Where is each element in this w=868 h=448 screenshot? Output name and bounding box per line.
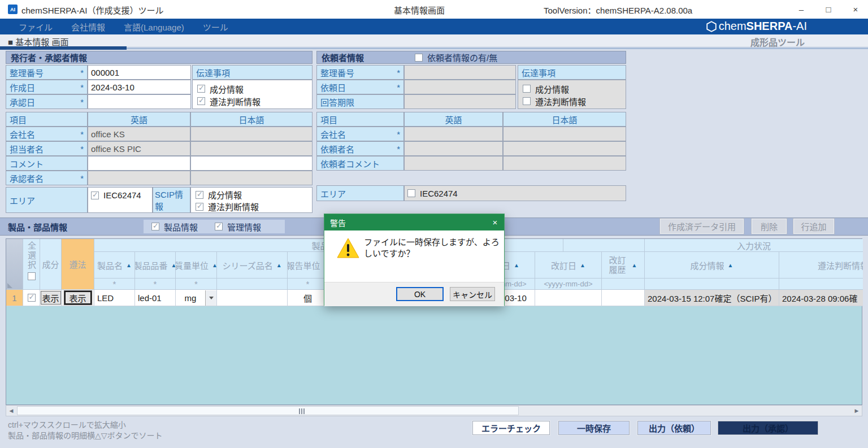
issuer-contact-en: office KS PIC <box>88 141 190 156</box>
col-header-report-unit[interactable]: 報告単位▲ <box>288 252 328 279</box>
scrollbar-thumb[interactable] <box>17 406 519 415</box>
menu-file[interactable]: ファイル <box>19 21 53 33</box>
requester-row-label: 依頼者コメント <box>316 156 404 171</box>
col-header-product-name[interactable]: 製品名▲ <box>94 252 135 279</box>
sort-arrow-icon[interactable]: ▲ <box>514 262 519 268</box>
date-format-hint: <yyyy-mm-dd> <box>535 279 602 290</box>
requester-notice-body: 成分情報 遵法判断情報 <box>518 80 626 109</box>
select-all-checkbox[interactable] <box>28 272 36 280</box>
issuer-row-label: 担当者名* <box>6 141 88 156</box>
logo-text-ai: -AI <box>792 20 807 33</box>
product-info-checkbox <box>151 223 159 230</box>
issuer-row-label: 会社名* <box>6 127 88 141</box>
requester-info-toggle-checkbox[interactable] <box>415 54 423 62</box>
menu-language[interactable]: 言語(Language) <box>124 21 184 33</box>
minimize-button[interactable]: – <box>789 0 814 19</box>
compliance-cell: 表示 <box>62 290 94 306</box>
composition-status-cell: 2024-03-15 12:07確定（SCIP有） <box>645 290 779 306</box>
row-number[interactable]: 1 <box>6 290 23 306</box>
checkbox-label: 成分情報 <box>210 83 244 95</box>
issuer-row-label: 承認者名* <box>6 171 88 185</box>
add-row-button[interactable]: 行追加 <box>793 219 834 234</box>
scroll-left-arrow[interactable]: ◀ <box>6 406 16 416</box>
col-header-revised-date[interactable]: 改訂日▲ <box>535 252 602 279</box>
status-hint-zoom: ctrl+マウススクロールで拡大縮小 <box>8 419 126 430</box>
issuer-field-label: 承認日* <box>6 94 88 109</box>
tab-basic-info[interactable]: ■ 基本情報 画面 <box>8 36 68 47</box>
menu-company-info[interactable]: 会社情報 <box>71 21 105 33</box>
product-section-toggles: 製品情報 管理情報 <box>144 220 285 233</box>
revised-date-cell[interactable] <box>535 290 602 306</box>
issuer-table-header-item: 項目 <box>6 112 88 127</box>
cancel-button[interactable]: キャンセル <box>450 287 495 301</box>
tab-underline <box>0 46 127 50</box>
logo-text-chem: chem <box>719 20 747 33</box>
error-check-button[interactable]: エラーチェック <box>472 421 550 435</box>
dropdown-button[interactable] <box>205 290 216 306</box>
mass-unit-cell[interactable]: mg <box>176 290 217 306</box>
issuer-table-header-ja: 日本語 <box>190 112 313 127</box>
tab-underline-track <box>127 47 868 49</box>
sort-arrow-icon[interactable]: ▲ <box>728 262 734 268</box>
show-compliance-button[interactable]: 表示 <box>64 291 92 305</box>
grid-empty-area <box>6 306 862 404</box>
logo-text-sherpa: SHERPA <box>747 20 793 33</box>
chevron-down-icon <box>209 297 214 299</box>
row-select-cell[interactable] <box>23 290 40 306</box>
sort-arrow-icon[interactable]: ▲ <box>632 262 637 268</box>
output-approve-button[interactable]: 出力（承認） <box>718 421 818 435</box>
issuer-creation-date-input[interactable]: 2024-03-10 <box>88 80 191 94</box>
dialog-close-icon[interactable]: × <box>486 214 504 230</box>
requester-area-label: エリア <box>316 185 404 201</box>
col-header-revision-history[interactable]: 改訂履歴▲ <box>602 252 645 279</box>
col-header-series-name[interactable]: シリーズ品名▲ <box>217 252 288 279</box>
grid-corner-cell <box>6 239 23 290</box>
row-select-checkbox[interactable] <box>28 294 36 302</box>
checkbox-label: IEC62474 <box>103 190 141 200</box>
sort-arrow-icon[interactable]: ▲ <box>212 262 217 268</box>
scroll-right-arrow[interactable]: ▶ <box>852 406 862 416</box>
report-unit-cell[interactable]: 個 <box>288 290 328 306</box>
sort-arrow-icon[interactable]: ▲ <box>171 262 176 268</box>
composition-info-checkbox <box>196 191 203 199</box>
sort-arrow-icon[interactable]: ▲ <box>276 262 282 268</box>
issuer-comment-en-input[interactable] <box>88 156 190 171</box>
col-header-mass-unit[interactable]: 質量単位▲ <box>176 252 217 279</box>
col-header-composition-info[interactable]: 成分情報▲ <box>645 252 779 279</box>
issuer-control-number-input[interactable]: 000001 <box>88 65 191 80</box>
reuse-created-data-button[interactable]: 作成済データ引用 <box>660 219 744 234</box>
chemsherpa-logo-icon <box>705 20 718 33</box>
delete-button[interactable]: 削除 <box>752 219 787 234</box>
sort-arrow-icon[interactable]: ▲ <box>126 262 132 268</box>
requester-area-iec-cell: IEC62474 <box>404 185 626 201</box>
product-name-cell[interactable]: LED <box>94 290 135 306</box>
checkbox-label: 成分情報 <box>535 83 569 95</box>
show-component-button[interactable]: 表示 <box>41 291 61 305</box>
product-number-cell[interactable]: led-01 <box>135 290 176 306</box>
status-hint-sort: 製品・部品情報の明細横△▽ボタンでソート <box>8 429 163 441</box>
issuer-table-header-en: 英語 <box>88 112 190 127</box>
sort-arrow-icon[interactable]: ▲ <box>580 262 585 268</box>
requester-name-en <box>404 141 503 156</box>
required-marker: * <box>135 279 176 290</box>
dialog-footer: OK キャンセル <box>324 282 504 306</box>
issuer-approval-date-input[interactable] <box>88 94 191 109</box>
col-header-compliance-judgment[interactable]: 遵法判断情報 <box>779 252 863 279</box>
requester-company-ja <box>503 127 626 141</box>
output-request-button[interactable]: 出力（依頼） <box>637 421 711 435</box>
issuer-comment-ja-input[interactable] <box>190 156 313 171</box>
horizontal-scrollbar[interactable]: ◀ ▶ <box>6 405 862 416</box>
series-name-cell[interactable] <box>217 290 288 306</box>
col-header-product-number[interactable]: 製品品番▲ <box>135 252 176 279</box>
temp-save-button[interactable]: 一時保存 <box>558 421 630 435</box>
checkbox-label: 製品情報 <box>164 221 198 233</box>
tab-row: ■ 基本情報 画面 成形品ツール <box>0 34 868 46</box>
close-button[interactable]: × <box>843 0 868 19</box>
ok-button[interactable]: OK <box>396 287 444 301</box>
compliance-info-checkbox <box>196 203 203 211</box>
revision-history-cell[interactable] <box>602 290 645 306</box>
menu-tools[interactable]: ツール <box>203 21 228 33</box>
dialog-message: ファイルに一時保存しますが、よろしいですか？ <box>364 237 500 260</box>
maximize-button[interactable]: □ <box>816 0 841 19</box>
checkbox-label: 遵法判断情報 <box>535 95 586 107</box>
